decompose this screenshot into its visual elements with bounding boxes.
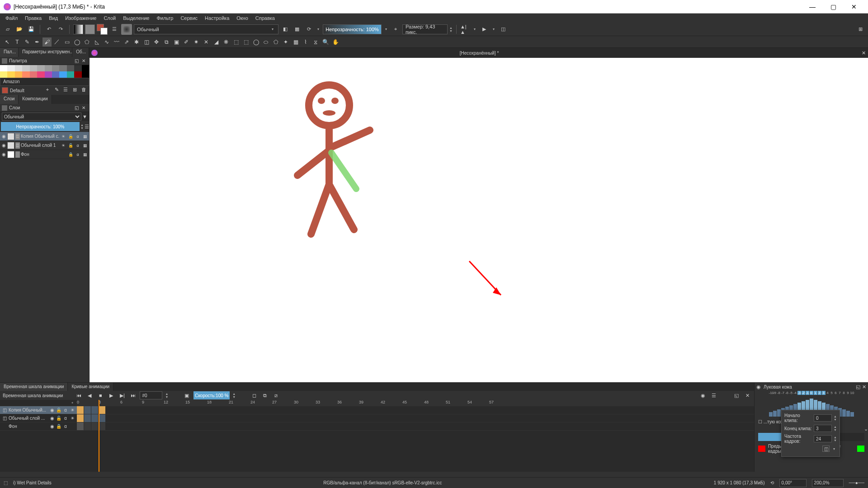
add-keyframe-icon[interactable]: ◻ xyxy=(250,391,258,399)
edit-shapes-icon[interactable]: ✎ xyxy=(23,38,32,47)
move-layer-icon[interactable]: ✥ xyxy=(152,38,161,47)
timeline-close-icon[interactable]: ✕ xyxy=(743,391,751,399)
palette-swatch[interactable] xyxy=(22,71,29,78)
maximize-button[interactable]: ▢ xyxy=(823,0,844,14)
auto-key-icon[interactable]: ◫ xyxy=(822,446,830,452)
dock-float-icon[interactable]: ◱ xyxy=(73,58,80,63)
layer-item[interactable]: ◉ Фон 🔒 α ▦ xyxy=(0,150,89,159)
palette-swatch[interactable] xyxy=(0,65,7,71)
lock-icon[interactable]: 🔓 xyxy=(67,143,74,148)
menu-edit[interactable]: Правка xyxy=(21,14,45,22)
onion-icon[interactable]: ☀ xyxy=(60,134,66,139)
close-button[interactable]: ✕ xyxy=(844,0,864,14)
brush-size-icon[interactable]: ⌖ xyxy=(391,24,401,34)
freehand-path-icon[interactable]: 〰 xyxy=(112,38,121,47)
measure-icon[interactable]: ◢ xyxy=(212,38,221,47)
palette-swatch[interactable] xyxy=(7,65,14,71)
palette-selector[interactable]: Default xyxy=(2,87,42,94)
palette-swatch[interactable] xyxy=(45,71,52,78)
palette-swatch[interactable] xyxy=(7,71,14,78)
palette-swatch[interactable] xyxy=(52,65,59,71)
next-color-swatch[interactable] xyxy=(857,446,864,452)
brush-size-input[interactable]: Размер: 9,43 пикс. xyxy=(402,24,448,34)
zoom-input[interactable]: 200,0% xyxy=(812,479,844,487)
dock-close-icon[interactable]: ✕ xyxy=(80,58,87,63)
tl-track[interactable] xyxy=(77,422,754,431)
palette-swatch[interactable] xyxy=(82,65,89,71)
smart-patch-icon[interactable]: ⬚ xyxy=(231,38,241,47)
polygon-tool-icon[interactable]: ⬠ xyxy=(82,38,91,47)
workspace-icon[interactable]: ⊞ xyxy=(855,24,865,34)
bezier-tool-icon[interactable]: ∿ xyxy=(102,38,111,47)
select-polygon-icon[interactable]: ⬠ xyxy=(271,38,280,47)
tl-track[interactable] xyxy=(77,406,754,414)
doc-tab-title[interactable]: [Несохранённый] * xyxy=(99,51,859,56)
inherit-icon[interactable]: ▦ xyxy=(82,134,88,139)
layer-name[interactable]: Фон xyxy=(21,152,59,157)
alpha-icon[interactable]: α xyxy=(75,143,81,148)
palette-swatch[interactable] xyxy=(30,71,37,78)
tl-layer-row[interactable]: ◫Обычный слой ... ◉🔓α☀ xyxy=(0,414,77,422)
ellipse-tool-icon[interactable]: ◯ xyxy=(72,38,81,47)
mirror-h-icon[interactable]: ▲|▲ xyxy=(460,24,470,34)
mirror-v-dd[interactable]: ▾ xyxy=(491,27,496,31)
save-doc-icon[interactable]: 💾 xyxy=(26,24,36,34)
redo-icon[interactable]: ↷ xyxy=(56,24,66,34)
edit-swatch-icon[interactable]: ✎ xyxy=(53,87,60,94)
palette-swatch[interactable] xyxy=(37,71,44,78)
lock-icon[interactable]: 🔓 xyxy=(67,134,74,139)
open-doc-icon[interactable]: 📂 xyxy=(14,24,24,34)
palette-swatch[interactable] xyxy=(74,71,81,78)
select-freehand-icon[interactable]: ⬭ xyxy=(261,38,270,47)
tab-timeline[interactable]: Временная шкала анимации xyxy=(0,383,68,391)
alpha-icon[interactable]: α xyxy=(75,152,81,157)
new-doc-icon[interactable]: ▱ xyxy=(3,24,13,34)
alpha-icon[interactable]: α xyxy=(75,134,81,139)
doc-tab-close-icon[interactable]: ✕ xyxy=(859,50,868,56)
menu-view[interactable]: Вид xyxy=(45,14,61,22)
freehand-brush-icon[interactable]: 🖌 xyxy=(42,38,52,47)
layer-item[interactable]: ◉ ◫ Обычный слой 1 ☀ 🔓 α ▦ xyxy=(0,141,89,150)
layer-name[interactable]: Обычный слой 1 xyxy=(21,143,59,148)
filter-layers-icon[interactable]: ▼ xyxy=(82,114,87,119)
palette-swatch[interactable] xyxy=(82,71,89,78)
pattern-swatch[interactable] xyxy=(85,24,95,34)
undo-icon[interactable]: ↶ xyxy=(44,24,54,34)
list-view-icon[interactable]: ☰ xyxy=(62,87,69,94)
wrap-icon[interactable]: ◫ xyxy=(498,24,508,34)
onion-icon[interactable]: ☀ xyxy=(60,143,66,148)
reload-preset-icon[interactable]: ⟳ xyxy=(304,24,314,34)
menu-file[interactable]: Файл xyxy=(2,14,21,22)
rotate-icon[interactable]: ⟲ xyxy=(770,480,774,485)
skip-end-icon[interactable]: ⏭ xyxy=(129,391,137,399)
palette-swatch[interactable] xyxy=(59,65,66,71)
remove-keyframe-icon[interactable]: ⧄ xyxy=(272,391,280,399)
mirror-h-dd[interactable]: ▾ xyxy=(472,27,477,31)
add-swatch-icon[interactable]: + xyxy=(44,87,51,94)
play-icon[interactable]: ▶ xyxy=(107,391,115,399)
menu-layer[interactable]: Слой xyxy=(100,14,119,22)
inherit-icon[interactable]: ▦ xyxy=(82,152,88,157)
color-picker-icon[interactable]: ✐ xyxy=(182,38,191,47)
dock-float-icon[interactable]: ◱ xyxy=(73,105,80,110)
minimize-button[interactable]: — xyxy=(802,0,823,14)
frame-number-input[interactable]: # 0 xyxy=(140,391,162,399)
fps-input[interactable]: 24 xyxy=(814,435,832,442)
palette-swatch[interactable] xyxy=(15,71,22,78)
visibility-icon[interactable]: ◉ xyxy=(1,143,6,148)
menu-window[interactable]: Окно xyxy=(233,14,252,22)
onion-expand-icon[interactable]: ⌄ xyxy=(864,426,868,432)
menu-tools[interactable]: Сервис xyxy=(177,14,201,22)
palette-swatch[interactable] xyxy=(74,65,81,71)
rect-tool-icon[interactable]: ▭ xyxy=(62,38,71,47)
next-frame-icon[interactable]: ▶| xyxy=(118,391,126,399)
select-magnetic-icon[interactable]: ⧖ xyxy=(311,38,320,47)
dock-close-icon[interactable]: ✕ xyxy=(80,105,87,110)
menu-select[interactable]: Выделение xyxy=(119,14,153,22)
visibility-icon[interactable]: ◉ xyxy=(1,152,6,157)
layer-opacity-slider[interactable]: Непрозрачность: 100% xyxy=(1,122,80,131)
menu-image[interactable]: Изображение xyxy=(61,14,100,22)
palette-swatch[interactable] xyxy=(22,65,29,71)
drop-frames-icon[interactable]: ▣ xyxy=(183,391,191,399)
clip-end-input[interactable]: 3 xyxy=(814,425,832,432)
